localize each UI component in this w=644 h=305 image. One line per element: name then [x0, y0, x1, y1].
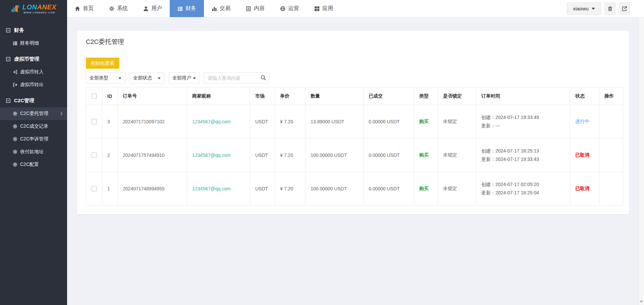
cell-order-no: 2024071710097102	[118, 105, 187, 138]
nav-tab-content[interactable]: 内容	[238, 0, 272, 17]
cell-actions	[599, 105, 623, 138]
cell-id: 2	[102, 138, 118, 172]
cell-amount: 100.00000 USDT	[306, 172, 364, 205]
row-checkbox[interactable]	[92, 186, 97, 191]
col-header-type: 类型	[414, 87, 438, 105]
col-header-market: 市场	[250, 87, 275, 105]
table-header-row: ID 订单号 商家昵称 市场 单价 数量 已成交 类型 是否锁定 订单时间 状态…	[86, 87, 623, 105]
document-icon	[246, 6, 251, 11]
orders-table: ID 订单号 商家昵称 市场 单价 数量 已成交 类型 是否锁定 订单时间 状态…	[86, 87, 623, 205]
sidebar-section-c2c[interactable]: C2C管理	[0, 94, 67, 107]
user-filter-value: 全部用户	[172, 75, 191, 81]
page-title: C2C委托管理	[86, 31, 620, 52]
col-header-status: 状态	[570, 87, 599, 105]
col-header-price: 单价	[275, 87, 306, 105]
cell-id: 1	[102, 172, 118, 205]
list-icon	[177, 6, 183, 11]
cell-market: USDT	[250, 138, 275, 172]
nav-tab-users[interactable]: 用户	[136, 0, 170, 17]
logout-icon	[622, 6, 627, 11]
sidebar-item-label: 虚拟币转入	[20, 69, 44, 75]
collapse-minus-icon	[6, 28, 10, 33]
scroll-down-icon[interactable]	[640, 301, 643, 303]
sidebar-item-crypto-in[interactable]: 虚拟币转入	[0, 66, 67, 78]
nav-tab-system[interactable]: 系统	[101, 0, 136, 17]
sidebar-section-crypto[interactable]: 虚拟币管理	[0, 52, 67, 66]
collapse-minus-icon	[6, 57, 10, 61]
sidebar-item-finance-detail[interactable]: 财务明细	[0, 37, 67, 50]
nav-tab-apps[interactable]: 应用	[307, 0, 341, 17]
gear-icon	[13, 111, 17, 116]
cell-actions	[599, 172, 623, 205]
nav-tab-finance[interactable]: 财务	[170, 0, 204, 17]
table-row: 2 2024071757494910 1234567@qq.com USDT ¥…	[86, 138, 623, 172]
search-input[interactable]	[204, 72, 269, 83]
cell-order-no: 2024071757494910	[118, 138, 187, 172]
clear-cache-button[interactable]	[604, 2, 615, 15]
nav-tab-label: 内容	[254, 5, 265, 12]
chevron-down-icon	[157, 77, 161, 79]
sign-in-icon	[13, 70, 17, 74]
cell-order-time: 创建：2024-07-17 19:33:49 更新：---	[476, 105, 570, 138]
cell-locked: 未锁定	[438, 172, 476, 205]
merchant-link[interactable]: 1234567@qq.com	[192, 186, 231, 191]
sidebar-item-c2c-deals[interactable]: C2C成交记录	[0, 120, 67, 133]
sidebar-item-payment-address[interactable]: 收付款地址	[0, 145, 67, 158]
sidebar-item-label: 虚拟币转出	[20, 82, 44, 88]
gear-icon	[13, 149, 17, 154]
cell-locked: 未锁定	[438, 138, 476, 172]
nav-tab-operations[interactable]: 运营	[272, 0, 307, 17]
row-checkbox[interactable]	[92, 119, 97, 124]
sidebar-item-label: C2C成交记录	[20, 123, 48, 129]
sidebar-item-c2c-orders[interactable]: C2C委托管理	[0, 107, 67, 120]
status-badge: 已取消	[570, 172, 599, 205]
nav-tab-label: 首页	[83, 5, 94, 12]
chevron-down-icon	[118, 77, 122, 79]
sidebar-item-c2c-appeals[interactable]: C2C申诉管理	[0, 133, 67, 145]
col-header-order-time: 订单时间	[476, 87, 570, 105]
sidebar-item-label: 收付款地址	[20, 149, 44, 155]
type-filter-value: 全部类型	[90, 75, 108, 81]
sidebar-section-label: C2C管理	[14, 98, 34, 104]
row-checkbox[interactable]	[92, 152, 97, 158]
select-all-checkbox[interactable]	[92, 94, 97, 99]
main-content: C2C委托管理 初始化搜索 全部类型 全部状态 全部用户	[67, 17, 638, 305]
user-filter-select[interactable]: 全部用户	[169, 72, 200, 83]
nav-tab-home[interactable]: 首页	[67, 0, 101, 17]
user-menu-button[interactable]: xiaowu	[567, 2, 601, 15]
merchant-link[interactable]: 1234567@qq.com	[192, 152, 231, 158]
cell-market: USDT	[250, 105, 275, 138]
sidebar-section-finance[interactable]: 财务	[0, 23, 67, 37]
table-row: 3 2024071710097102 1234567@qq.com USDT ¥…	[86, 105, 623, 138]
cell-filled: 0.00000 USDT	[364, 172, 414, 205]
caret-down-icon	[592, 8, 595, 10]
gear-icon	[109, 6, 114, 11]
search-icon[interactable]	[261, 75, 266, 80]
reset-search-button[interactable]: 初始化搜索	[86, 58, 119, 69]
nav-tab-label: 应用	[322, 5, 333, 12]
cell-filled: 0.00000 USDT	[364, 105, 414, 138]
type-filter-select[interactable]: 全部类型	[86, 72, 125, 83]
nav-tab-trade[interactable]: 交易	[204, 0, 238, 17]
vertical-scrollbar[interactable]	[638, 0, 644, 305]
sidebar-item-crypto-out[interactable]: 虚拟币转出	[0, 78, 67, 91]
user-icon	[143, 6, 149, 11]
sidebar-item-c2c-config[interactable]: C2C配置	[0, 158, 67, 171]
status-filter-value: 全部状态	[133, 75, 152, 81]
sidebar: 财务 财务明细 虚拟币管理 虚拟币转入 虚拟币转出 C2C管理 C2C委托管理	[0, 17, 67, 305]
cell-price: ¥ 7.20	[275, 105, 306, 138]
bar-chart-icon	[212, 6, 217, 11]
brand-logo-icon	[11, 4, 20, 13]
status-badge: 已取消	[570, 138, 599, 172]
globe-icon	[280, 6, 285, 11]
filter-row: 全部类型 全部状态 全部用户	[86, 72, 620, 83]
status-filter-select[interactable]: 全部状态	[129, 72, 165, 83]
gear-icon	[13, 124, 17, 129]
chevron-right-icon	[60, 112, 63, 116]
col-header-filled: 已成交	[364, 87, 414, 105]
logout-button[interactable]	[619, 2, 630, 15]
merchant-link[interactable]: 1234567@qq.com	[192, 119, 231, 124]
sign-out-icon	[13, 82, 17, 87]
cell-order-no: 2024071748994955	[118, 172, 187, 205]
col-header-id: ID	[102, 87, 118, 105]
